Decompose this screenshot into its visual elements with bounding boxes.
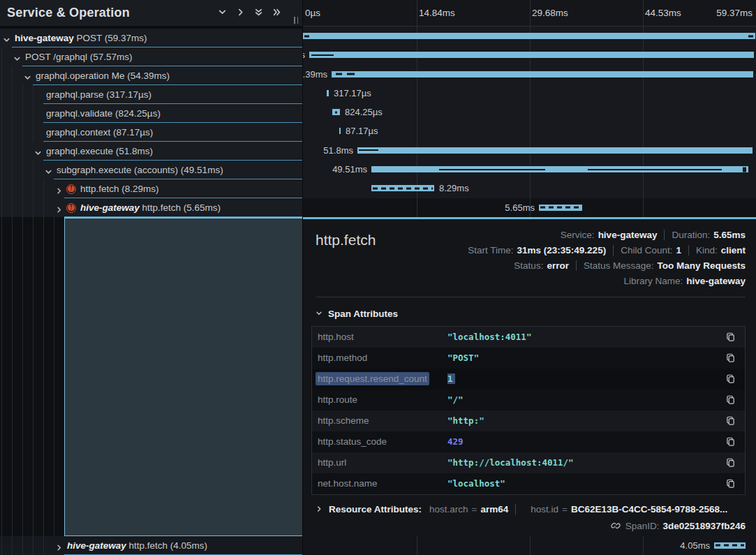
attribute-value: "localhost:4011" (447, 332, 725, 342)
span-detail-title: http.fetch (316, 228, 376, 289)
span-tree-row[interactable]: graphql.execute (51.8ms) (0, 142, 302, 161)
span-name-label: graphql.context (87.17µs) (46, 127, 153, 138)
timeline-row[interactable]: 5.65ms (303, 198, 756, 217)
span-tree-row[interactable]: POST /graphql (57.57ms) (0, 47, 302, 66)
span-tree-row[interactable]: graphql.validate (824.25µs) (0, 104, 302, 123)
attribute-row[interactable]: http.route"/" (312, 390, 745, 410)
ruler-tick: 0µs (305, 0, 320, 26)
copy-button[interactable] (725, 353, 736, 363)
attribute-row[interactable]: http.status_code429 (312, 431, 745, 452)
span-duration-bar[interactable] (303, 33, 755, 39)
chevron-down-button[interactable] (218, 7, 227, 20)
span-tree-row[interactable]: hive-gateway http.fetch (4.05ms) (0, 536, 302, 555)
chevron-right-icon[interactable] (55, 542, 63, 549)
span-attributes-table: http.host"localhost:4011"http.method"POS… (311, 326, 746, 495)
indent-guide (1, 142, 2, 161)
copy-button[interactable] (725, 373, 736, 384)
timeline-row[interactable]: 54.39ms (303, 65, 756, 84)
attribute-row[interactable]: http.scheme"http:" (312, 410, 745, 431)
ruler-tick: 59.37ms (716, 0, 753, 26)
chevron-right-icon[interactable] (55, 185, 63, 193)
copy-button[interactable] (725, 332, 736, 342)
double-chevron-right-button[interactable] (272, 7, 281, 20)
chevron-right-icon[interactable] (55, 204, 63, 212)
indent-guide (22, 161, 23, 179)
attribute-value: "http://localhost:4011/" (447, 457, 725, 468)
chevron-down-icon[interactable] (13, 53, 21, 61)
span-duration-bar[interactable] (357, 147, 753, 154)
indent-guide (22, 142, 23, 161)
indent-guide (33, 198, 34, 217)
span-name-label: graphql.validate (824.25µs) (46, 108, 161, 119)
span-duration-bar[interactable] (714, 542, 746, 549)
span-tree-row[interactable]: graphql.parse (317.17µs) (0, 85, 302, 104)
attribute-row[interactable]: net.host.name"localhost" (312, 473, 745, 494)
timeline-row[interactable]: 8.29ms (303, 179, 756, 198)
attribute-key: http.method (318, 353, 447, 363)
span-tree-row[interactable]: !http.fetch (8.29ms) (0, 179, 302, 198)
span-id-value: 3de02518937fb246 (662, 521, 746, 531)
indent-guide (22, 198, 23, 217)
duration-label: 87.17µs (346, 121, 378, 140)
span-duration-bar[interactable] (332, 71, 753, 77)
span-duration-bar[interactable] (339, 128, 341, 134)
attribute-row[interactable]: http.host"localhost:4011" (312, 327, 745, 348)
span-duration-bar[interactable] (371, 185, 434, 191)
span-tree-row[interactable]: graphql.context (87.17µs) (0, 123, 302, 142)
detail-meta-line: Status:errorStatus Message:Too Many Requ… (514, 258, 746, 274)
span-attributes-header[interactable]: Span Attributes (316, 309, 746, 319)
indent-guide (12, 142, 13, 161)
span-name-label: subgraph.execute (accounts) (49.51ms) (57, 165, 223, 175)
timeline-row[interactable]: 87.17µs (303, 121, 756, 140)
timeline-row[interactable]: 49.51ms (303, 160, 756, 179)
timeline-row[interactable] (303, 27, 756, 45)
span-tree-row[interactable]: !hive-gateway http.fetch (5.65ms) (0, 198, 302, 217)
tree-header: Service & Operation (0, 0, 302, 26)
span-duration-bar[interactable] (309, 52, 754, 58)
chevron-down-icon (218, 8, 227, 17)
indent-guide (43, 198, 44, 217)
span-duration-bar[interactable] (327, 90, 329, 96)
timeline-row[interactable]: 4.05ms (303, 536, 756, 555)
resource-attributes-label: Resource Attributes: (329, 504, 422, 515)
timeline-row[interactable]: 57.57ms (303, 45, 756, 64)
copy-button[interactable] (725, 394, 736, 405)
link-icon (611, 521, 621, 531)
indent-guide (1, 123, 2, 142)
tree-header-title: Service & Operation (0, 6, 130, 20)
copy-button[interactable] (725, 436, 736, 447)
copy-button[interactable] (725, 415, 736, 426)
chevron-down-icon[interactable] (24, 72, 31, 80)
span-tree-row[interactable]: subgraph.execute (accounts) (49.51ms) (0, 161, 302, 179)
span-id-label: SpanID: (625, 521, 660, 531)
chevron-right-icon (316, 505, 323, 512)
copy-button[interactable] (725, 457, 736, 468)
span-name-label: hive-gateway POST (59.37ms) (15, 33, 147, 43)
span-duration-bar[interactable] (539, 205, 582, 211)
attribute-row[interactable]: http.method"POST" (312, 348, 745, 369)
span-name-label: hive-gateway http.fetch (4.05ms) (67, 540, 207, 551)
copy-button[interactable] (725, 478, 736, 489)
attribute-value: "POST" (447, 353, 725, 363)
panel-resize-handle[interactable] (294, 17, 298, 24)
attribute-row[interactable]: http.request.resend_count1 (312, 369, 745, 390)
attribute-row[interactable]: http.url"http://localhost:4011/" (312, 452, 745, 473)
span-duration-bar[interactable] (371, 166, 748, 172)
chevron-down-icon[interactable] (34, 147, 42, 155)
detail-meta-line: Service:hive-gatewayDuration:5.65ms (561, 228, 746, 243)
copy-icon (725, 373, 736, 384)
timeline-row[interactable]: 824.25µs (303, 103, 756, 121)
chevron-down-icon[interactable] (45, 166, 52, 174)
resource-attributes-row[interactable]: Resource Attributes:host.arch=arm64host.… (316, 504, 746, 515)
copy-icon (725, 394, 736, 405)
indent-guide (22, 123, 23, 142)
chevron-right-button[interactable] (236, 7, 245, 20)
double-chevron-down-button[interactable] (254, 7, 263, 20)
span-duration-bar[interactable] (332, 109, 340, 115)
span-tree-row[interactable]: graphql.operation Me (54.39ms) (0, 66, 302, 85)
timeline-row[interactable]: 317.17µs (303, 84, 756, 103)
span-tree-row[interactable]: hive-gateway POST (59.37ms) (0, 29, 302, 47)
timeline-row[interactable]: 51.8ms (303, 141, 756, 160)
indent-guide (33, 536, 34, 555)
chevron-down-icon[interactable] (3, 34, 10, 42)
